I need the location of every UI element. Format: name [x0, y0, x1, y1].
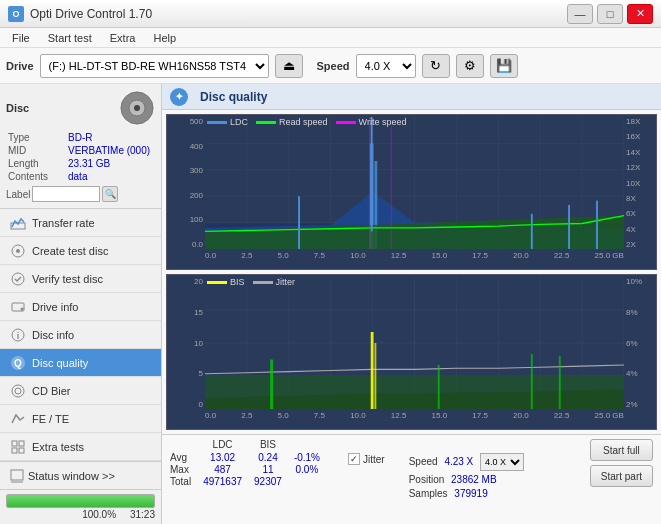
max-row: Max 487 11 0.0%	[170, 464, 332, 476]
bottom-chart-plot	[205, 277, 624, 409]
disc-label-button[interactable]: 🔍	[102, 186, 118, 202]
x-0: 0.0	[205, 251, 216, 260]
speed-select[interactable]: 4.0 X	[356, 54, 416, 78]
bx-2-5: 2.5	[241, 411, 252, 420]
write-speed-legend-text: Write speed	[359, 117, 407, 127]
by-label-0: 0	[199, 400, 203, 409]
disc-section-title: Disc	[6, 102, 29, 114]
by-right-8: 8%	[626, 308, 638, 317]
cd-bier-icon	[10, 383, 26, 399]
start-part-button[interactable]: Start part	[590, 465, 653, 487]
by-right-2: 2%	[626, 400, 638, 409]
bx-7-5: 7.5	[314, 411, 325, 420]
avg-label: Avg	[170, 452, 203, 464]
sidebar-item-disc-info[interactable]: i Disc info	[0, 321, 161, 349]
minimize-button[interactable]: —	[567, 4, 593, 24]
jitter-checkbox-group[interactable]: ✓ Jitter	[348, 453, 385, 465]
svg-rect-46	[371, 117, 373, 231]
svg-rect-48	[568, 205, 570, 249]
drive-info-icon	[10, 299, 26, 315]
speed-label: Speed	[317, 60, 350, 72]
disc-label-row: Label 🔍	[6, 186, 155, 202]
chart-area: ✦ Disc quality LDC Read speed	[162, 84, 661, 524]
menu-file[interactable]: File	[4, 30, 38, 46]
disc-quality-label: Disc quality	[32, 357, 88, 369]
title-bar: O Opti Drive Control 1.70 — □ ✕	[0, 0, 661, 28]
avg-ldc: 13.02	[203, 452, 254, 464]
sidebar-item-extra-tests[interactable]: Extra tests	[0, 433, 161, 461]
svg-point-15	[15, 388, 21, 394]
label-field-label: Label	[6, 189, 30, 200]
menu-start-test[interactable]: Start test	[40, 30, 100, 46]
y-right-6x: 6X	[626, 209, 636, 218]
settings-button[interactable]: ⚙	[456, 54, 484, 78]
drive-select[interactable]: (F:) HL-DT-ST BD-RE WH16NS58 TST4	[40, 54, 269, 78]
bottom-chart-legend: BIS Jitter	[207, 277, 295, 287]
x-2-5: 2.5	[241, 251, 252, 260]
sidebar-item-cd-bier[interactable]: CD Bier	[0, 377, 161, 405]
svg-rect-72	[559, 356, 561, 409]
disc-label-input[interactable]	[32, 186, 100, 202]
bis-legend: BIS	[207, 277, 245, 287]
svg-rect-18	[12, 448, 17, 453]
jitter-legend: Jitter	[253, 277, 296, 287]
svg-rect-69	[374, 343, 376, 409]
bx-20: 20.0	[513, 411, 529, 420]
by-right-10: 10%	[626, 277, 642, 286]
svg-rect-16	[12, 441, 17, 446]
sidebar-item-fe-te[interactable]: FE / TE	[0, 405, 161, 433]
start-full-button[interactable]: Start full	[590, 439, 653, 461]
status-window[interactable]: Status window >>	[0, 461, 161, 489]
menu-extra[interactable]: Extra	[102, 30, 144, 46]
svg-point-14	[12, 385, 24, 397]
progress-bar	[6, 494, 155, 508]
samples-value: 379919	[454, 488, 487, 499]
fe-te-label: FE / TE	[32, 413, 69, 425]
avg-row: Avg 13.02 0.24 -0.1%	[170, 452, 332, 464]
y-right-14x: 14X	[626, 148, 640, 157]
save-button[interactable]: 💾	[490, 54, 518, 78]
svg-rect-67	[270, 360, 273, 410]
speed-dropdown[interactable]: 4.0 X	[480, 453, 524, 471]
write-speed-legend: Write speed	[336, 117, 407, 127]
sidebar-item-transfer-rate[interactable]: Transfer rate	[0, 209, 161, 237]
y-label-100: 100	[190, 215, 203, 224]
y-label-0: 0.0	[192, 240, 203, 249]
chart-title: Disc quality	[200, 90, 267, 104]
col-spacer	[294, 439, 332, 452]
jitter-checkbox[interactable]: ✓	[348, 453, 360, 465]
svg-rect-71	[531, 354, 533, 409]
svg-rect-68	[371, 332, 374, 409]
refresh-button[interactable]: ↻	[422, 54, 450, 78]
col-empty	[170, 439, 203, 452]
sidebar-item-verify-test-disc[interactable]: Verify test disc	[0, 265, 161, 293]
bx-12-5: 12.5	[391, 411, 407, 420]
col-bis: BIS	[254, 439, 294, 452]
disc-info-icon: i	[10, 327, 26, 343]
top-chart-plot	[205, 117, 624, 249]
disc-quality-icon: Q	[10, 355, 26, 371]
eject-button[interactable]: ⏏	[275, 54, 303, 78]
toolbar: Drive (F:) HL-DT-ST BD-RE WH16NS58 TST4 …	[0, 48, 661, 84]
mid-value: VERBATIMe (000)	[68, 145, 153, 156]
bottom-chart-x-axis: 0.0 2.5 5.0 7.5 10.0 12.5 15.0 17.5 20.0…	[205, 409, 624, 429]
bx-17-5: 17.5	[472, 411, 488, 420]
close-button[interactable]: ✕	[627, 4, 653, 24]
by-label-20: 20	[194, 277, 203, 286]
mid-label: MID	[8, 145, 66, 156]
menu-help[interactable]: Help	[145, 30, 184, 46]
action-buttons: Start full Start part	[590, 439, 653, 487]
y-right-18x: 18X	[626, 117, 640, 126]
top-chart-legend: LDC Read speed Write speed	[207, 117, 406, 127]
sidebar-item-create-test-disc[interactable]: Create test disc	[0, 237, 161, 265]
transfer-rate-icon	[10, 215, 26, 231]
sidebar-item-disc-quality[interactable]: Q Disc quality	[0, 349, 161, 377]
extra-tests-icon	[10, 439, 26, 455]
jitter-legend-color	[253, 281, 273, 284]
by-label-15: 15	[194, 308, 203, 317]
maximize-button[interactable]: □	[597, 4, 623, 24]
write-speed-legend-color	[336, 121, 356, 124]
sidebar-item-drive-info[interactable]: Drive info	[0, 293, 161, 321]
by-label-10: 10	[194, 339, 203, 348]
position-row: Position 23862 MB	[409, 474, 524, 485]
